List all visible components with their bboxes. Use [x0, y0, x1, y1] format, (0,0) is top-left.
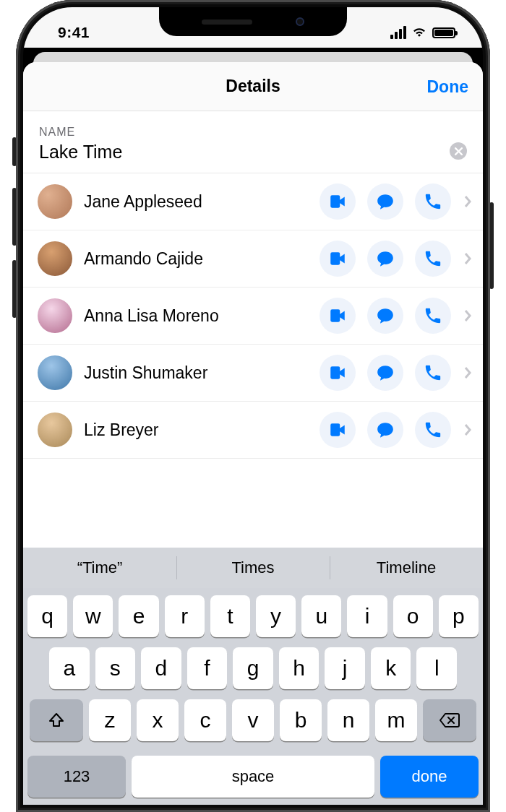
- key-k[interactable]: k: [371, 647, 411, 689]
- chevron-right-icon: [464, 423, 471, 436]
- key-t[interactable]: t: [210, 595, 250, 637]
- wifi-icon: [411, 25, 427, 40]
- numbers-key[interactable]: 123: [27, 756, 126, 798]
- chevron-right-icon: [464, 366, 471, 379]
- contact-row[interactable]: Liz Breyer: [23, 402, 483, 459]
- name-label: NAME: [39, 126, 467, 139]
- contact-row[interactable]: Armando Cajide: [23, 230, 483, 288]
- backspace-key[interactable]: [423, 699, 476, 741]
- call-button[interactable]: [415, 183, 451, 220]
- status-time: 9:41: [45, 24, 90, 41]
- contact-row[interactable]: Justin Shumaker: [23, 345, 483, 402]
- key-a[interactable]: a: [49, 647, 90, 689]
- contact-name: Armando Cajide: [84, 249, 308, 269]
- key-w[interactable]: w: [73, 595, 113, 637]
- video-call-button[interactable]: [320, 412, 356, 448]
- contact-name: Jane Appleseed: [84, 192, 308, 212]
- call-button[interactable]: [415, 412, 451, 448]
- key-z[interactable]: z: [89, 699, 131, 741]
- cellular-signal-icon: [390, 26, 406, 39]
- key-g[interactable]: g: [233, 647, 273, 689]
- call-button[interactable]: [415, 355, 451, 391]
- space-key[interactable]: space: [132, 756, 374, 798]
- contact-name: Liz Breyer: [84, 420, 308, 440]
- key-q[interactable]: q: [27, 595, 67, 637]
- content-scroll[interactable]: NAME Jane AppleseedArmando CajideAnna Li…: [23, 111, 483, 548]
- chevron-right-icon: [464, 252, 471, 265]
- call-button[interactable]: [415, 241, 451, 277]
- group-name-section: NAME: [23, 111, 483, 173]
- key-v[interactable]: v: [232, 699, 274, 741]
- contact-name: Anna Lisa Moreno: [84, 306, 308, 326]
- key-m[interactable]: m: [375, 699, 417, 741]
- suggestion-1[interactable]: “Time”: [23, 548, 176, 588]
- avatar: [38, 298, 72, 333]
- details-sheet: Details Done NAME Jane AppleseedArmando …: [23, 62, 483, 805]
- key-d[interactable]: d: [141, 647, 181, 689]
- key-j[interactable]: j: [325, 647, 365, 689]
- phone-frame: 9:41 Details Done NAME: [16, 0, 490, 812]
- suggestion-2[interactable]: Times: [176, 548, 330, 588]
- key-o[interactable]: o: [393, 595, 433, 637]
- key-b[interactable]: b: [280, 699, 322, 741]
- clear-text-button[interactable]: [450, 142, 467, 160]
- message-button[interactable]: [367, 355, 403, 391]
- key-n[interactable]: n: [327, 699, 369, 741]
- key-l[interactable]: l: [416, 647, 457, 689]
- shift-key[interactable]: [30, 699, 83, 741]
- done-button[interactable]: Done: [427, 77, 469, 96]
- key-h[interactable]: h: [279, 647, 320, 689]
- screen: 9:41 Details Done NAME: [23, 7, 483, 805]
- contact-name: Justin Shumaker: [84, 363, 308, 383]
- suggestion-bar: “Time” Times Timeline: [23, 548, 483, 588]
- message-button[interactable]: [367, 183, 403, 220]
- key-p[interactable]: p: [439, 595, 479, 637]
- call-button[interactable]: [415, 298, 451, 334]
- contact-row[interactable]: Anna Lisa Moreno: [23, 288, 483, 345]
- keyboard: “Time” Times Timeline qwertyuiop asdfghj…: [23, 548, 483, 805]
- group-name-input[interactable]: [39, 142, 438, 163]
- message-button[interactable]: [367, 412, 403, 448]
- front-camera: [296, 17, 304, 26]
- earpiece: [202, 20, 252, 25]
- suggestion-3[interactable]: Timeline: [330, 548, 483, 588]
- key-i[interactable]: i: [347, 595, 387, 637]
- video-call-button[interactable]: [320, 241, 356, 277]
- video-call-button[interactable]: [320, 355, 356, 391]
- nav-bar: Details Done: [23, 62, 483, 111]
- chevron-right-icon: [464, 309, 471, 322]
- notch: [159, 7, 347, 36]
- chevron-right-icon: [464, 195, 471, 208]
- key-u[interactable]: u: [301, 595, 341, 637]
- video-call-button[interactable]: [320, 298, 356, 334]
- key-f[interactable]: f: [187, 647, 228, 689]
- key-s[interactable]: s: [95, 647, 136, 689]
- avatar: [38, 184, 72, 219]
- key-x[interactable]: x: [137, 699, 179, 741]
- video-call-button[interactable]: [320, 183, 356, 220]
- avatar: [38, 413, 72, 447]
- key-c[interactable]: c: [184, 699, 226, 741]
- key-e[interactable]: e: [119, 595, 158, 637]
- avatar: [38, 241, 72, 276]
- contact-row[interactable]: Jane Appleseed: [23, 173, 483, 230]
- message-button[interactable]: [367, 241, 403, 277]
- keyboard-done-key[interactable]: done: [380, 756, 479, 798]
- avatar: [38, 355, 72, 390]
- key-y[interactable]: y: [256, 595, 296, 637]
- message-button[interactable]: [367, 298, 403, 334]
- nav-title: Details: [226, 77, 280, 96]
- key-r[interactable]: r: [165, 595, 205, 637]
- battery-icon: [432, 27, 455, 38]
